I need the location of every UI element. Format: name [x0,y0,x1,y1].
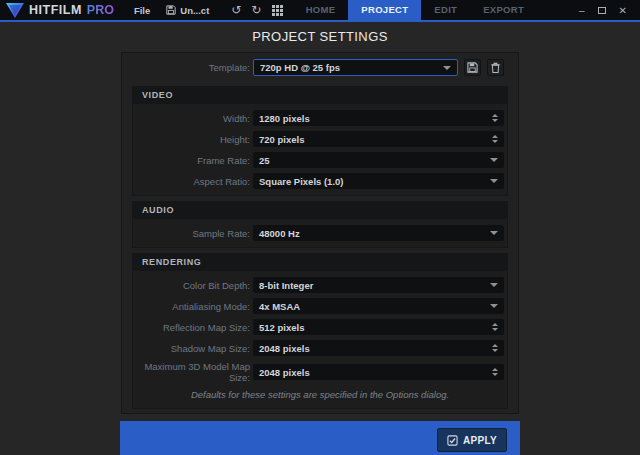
brand-name: HITFILM [29,3,82,17]
apply-bar: APPLY [120,421,520,455]
aspect-ratio-label: Aspect Ratio: [133,176,250,187]
section-header-audio: AUDIO [132,201,508,219]
workspaces-grid-icon[interactable] [272,5,283,16]
sample-rate-value: 48000 Hz [259,228,490,239]
tab-project[interactable]: PROJECT [348,0,421,20]
frame-rate-label: Frame Rate: [133,155,250,166]
reflection-map-size-field[interactable]: 512 pixels [253,319,504,335]
stepper-up-icon[interactable] [492,323,498,326]
aspect-ratio-field[interactable]: Square Pixels (1.0) [253,173,504,189]
setting-row: Width:1280 pixels [133,110,507,126]
stepper-down-icon[interactable] [492,373,498,376]
stepper-up-down-icon[interactable] [492,323,498,331]
frame-rate-field[interactable]: 25 [253,152,504,168]
dropdown-arrow-icon [490,179,498,183]
undo-icon[interactable]: ↺ [231,4,241,16]
stepper-down-icon[interactable] [492,328,498,331]
settings-section-rendering: RENDERINGColor Bit Depth:8-bit IntegerAn… [132,253,508,409]
delete-template-button[interactable] [487,59,504,76]
section-body: Color Bit Depth:8-bit IntegerAntialiasin… [132,271,508,409]
setting-row: Maximum 3D Model Map Size:2048 pixels [133,361,507,383]
stepper-down-icon[interactable] [492,140,498,143]
hitfilm-logo-icon [6,3,24,18]
redo-icon[interactable]: ↻ [251,4,261,16]
height-value: 720 pixels [259,134,492,145]
titlebar: HITFILM PRO File Un...ct ↺ ↻ HOME PROJEC… [0,0,640,20]
sample-rate-field[interactable]: 48000 Hz [253,225,504,241]
template-value: 720p HD @ 25 fps [260,62,443,73]
color-bit-depth-label: Color Bit Depth: [133,280,250,291]
tab-edit[interactable]: EDIT [421,0,470,20]
setting-row: Antialiasing Mode:4x MSAA [133,298,507,314]
height-field[interactable]: 720 pixels [253,131,504,147]
frame-rate-value: 25 [259,155,490,166]
reflection-map-size-label: Reflection Map Size: [133,322,250,333]
settings-section-video: VIDEOWidth:1280 pixelsHeight:720 pixelsF… [132,86,508,196]
minimize-icon[interactable]: – [579,5,585,16]
section-header-rendering: RENDERING [132,253,508,271]
tab-home[interactable]: HOME [293,0,349,20]
maximum-3d-model-map-size-value: 2048 pixels [259,367,492,378]
setting-row: Frame Rate:25 [133,152,507,168]
color-bit-depth-value: 8-bit Integer [259,280,490,291]
maximize-icon[interactable] [598,7,606,14]
file-menu[interactable]: File [134,5,150,16]
setting-row: Sample Rate:48000 Hz [133,225,507,241]
stepper-up-icon[interactable] [492,135,498,138]
stepper-down-icon[interactable] [492,119,498,122]
dropdown-arrow-icon [490,158,498,162]
apply-button[interactable]: APPLY [437,428,507,452]
apply-label: APPLY [463,435,497,446]
width-value: 1280 pixels [259,113,492,124]
section-header-video: VIDEO [132,86,508,104]
template-label: Template: [130,62,250,73]
stepper-up-icon[interactable] [492,114,498,117]
dropdown-arrow-icon [443,66,451,70]
main-tabs: HOME PROJECT EDIT EXPORT [293,0,537,20]
stepper-up-icon[interactable] [492,344,498,347]
close-icon[interactable]: ✕ [619,5,627,16]
window-controls: – ✕ [579,5,640,16]
stepper-up-down-icon[interactable] [492,114,498,122]
section-note: Defaults for these settings are specifie… [133,388,507,402]
height-label: Height: [133,134,250,145]
maximum-3d-model-map-size-field[interactable]: 2048 pixels [253,364,504,380]
project-filename: Un...ct [180,5,209,16]
color-bit-depth-field[interactable]: 8-bit Integer [253,277,504,293]
section-body: Width:1280 pixelsHeight:720 pixelsFrame … [132,104,508,196]
template-select[interactable]: 720p HD @ 25 fps [253,59,458,76]
sections: VIDEOWidth:1280 pixelsHeight:720 pixelsF… [122,86,518,409]
maximum-3d-model-map-size-label: Maximum 3D Model Map Size: [133,361,250,383]
apply-check-icon [447,435,458,446]
antialiasing-mode-value: 4x MSAA [259,301,490,312]
stepper-up-down-icon[interactable] [492,135,498,143]
shadow-map-size-field[interactable]: 2048 pixels [253,340,504,356]
tab-export[interactable]: EXPORT [470,0,537,20]
antialiasing-mode-field[interactable]: 4x MSAA [253,298,504,314]
aspect-ratio-value: Square Pixels (1.0) [259,176,490,187]
section-body: Sample Rate:48000 Hz [132,219,508,248]
save-icon [467,62,478,73]
shadow-map-size-value: 2048 pixels [259,343,492,354]
setting-row: Color Bit Depth:8-bit Integer [133,277,507,293]
save-template-button[interactable] [464,59,481,76]
antialiasing-mode-label: Antialiasing Mode: [133,301,250,312]
reflection-map-size-value: 512 pixels [259,322,492,333]
save-icon [166,5,176,15]
stepper-up-icon[interactable] [492,368,498,371]
stepper-up-down-icon[interactable] [492,344,498,352]
stepper-up-down-icon[interactable] [492,368,498,376]
dropdown-arrow-icon [490,304,498,308]
setting-row: Aspect Ratio:Square Pixels (1.0) [133,173,507,189]
shadow-map-size-label: Shadow Map Size: [133,343,250,354]
trash-icon [490,62,501,73]
setting-row: Height:720 pixels [133,131,507,147]
width-field[interactable]: 1280 pixels [253,110,504,126]
settings-section-audio: AUDIOSample Rate:48000 Hz [132,201,508,248]
setting-row: Shadow Map Size:2048 pixels [133,340,507,356]
project-file-button[interactable]: Un...ct [166,5,209,16]
stepper-down-icon[interactable] [492,349,498,352]
brand-suffix: PRO [87,3,114,17]
dropdown-arrow-icon [490,231,498,235]
width-label: Width: [133,113,250,124]
